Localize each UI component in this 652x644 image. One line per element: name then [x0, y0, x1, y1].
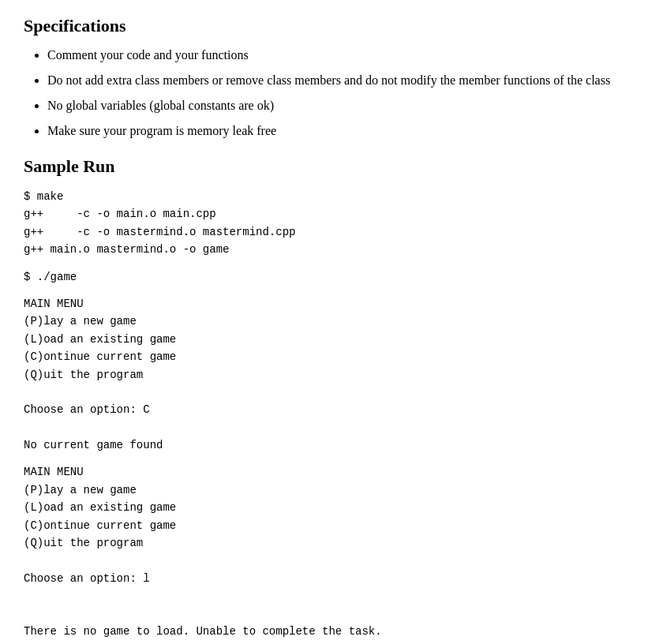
code-text-session1: MAIN MENU (P)lay a new game (L)oad an ex… [24, 298, 176, 451]
list-item: Comment your code and your functions [47, 46, 628, 65]
specifications-title: Specifications [24, 16, 628, 36]
code-block-make: $ make g++ -c -o main.o main.cpp g++ -c … [24, 188, 628, 259]
list-item: Do not add extra class members or remove… [47, 71, 628, 90]
sample-run-section: Sample Run $ make g++ -c -o main.o main.… [24, 156, 628, 644]
list-item: Make sure your program is memory leak fr… [47, 122, 628, 140]
code-text-run: $ ./game [24, 271, 77, 283]
code-text-session2: MAIN MENU (P)lay a new game (L)oad an ex… [24, 466, 382, 644]
code-block-session1: MAIN MENU (P)lay a new game (L)oad an ex… [24, 295, 628, 455]
code-text-make: $ make g++ -c -o main.o main.cpp g++ -c … [24, 190, 295, 256]
specifications-section: Specifications Comment your code and you… [24, 16, 628, 140]
code-block-session2: MAIN MENU (P)lay a new game (L)oad an ex… [24, 463, 628, 644]
sample-run-title: Sample Run [24, 156, 628, 177]
code-block-run: $ ./game [24, 268, 628, 286]
list-item: No global variables (global constants ar… [47, 96, 628, 115]
specifications-list: Comment your code and your functions Do … [47, 46, 628, 140]
